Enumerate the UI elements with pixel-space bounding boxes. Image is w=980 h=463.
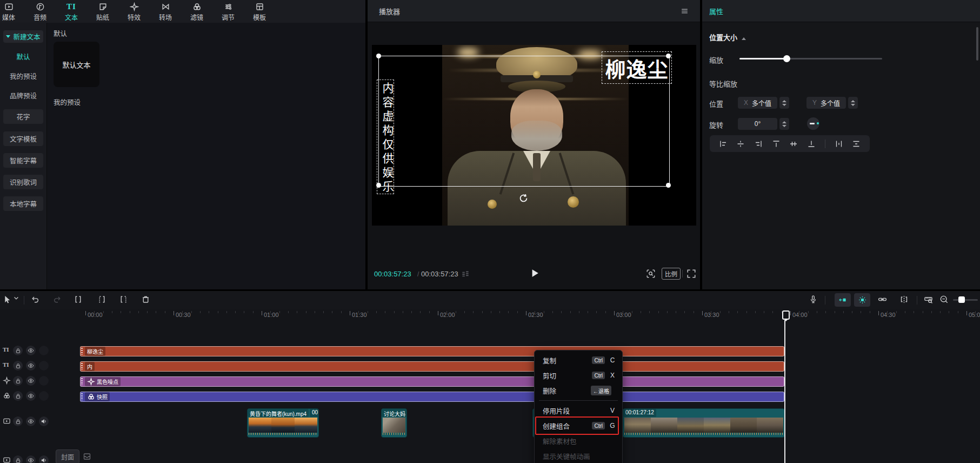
eye-track-button[interactable] [26, 346, 36, 355]
timeline-zoom-slider[interactable] [953, 299, 978, 301]
nav-item-4[interactable]: 品牌预设 [3, 90, 43, 100]
rotate-handle-icon[interactable] [518, 193, 529, 203]
player-menu-icon[interactable] [680, 6, 689, 16]
fullscreen-icon[interactable] [686, 269, 696, 279]
video-clip-1[interactable]: 黄昏下的舞者(kun).mp400 [247, 408, 319, 438]
toolbar-item-4[interactable]: 贴纸 [87, 2, 118, 22]
rotate-dial[interactable] [807, 117, 819, 130]
chevron-down-icon[interactable] [13, 295, 19, 301]
eye-track-button[interactable] [26, 455, 36, 463]
nav-item-6[interactable]: 文字模板 [3, 131, 43, 146]
properties-scrollbar[interactable] [976, 27, 978, 61]
track-bar-2[interactable]: 内 [80, 361, 784, 372]
lock-track-button[interactable] [13, 455, 23, 463]
scale-slider-knob[interactable] [783, 55, 790, 62]
zoom-out-icon[interactable] [939, 295, 949, 304]
ruler-minor-tick [825, 311, 826, 313]
redo-icon[interactable] [53, 295, 62, 304]
toolbar-item-6[interactable]: 转场 [150, 2, 181, 22]
rotate-stepper[interactable] [779, 118, 789, 130]
cover-button[interactable]: 封面 [56, 449, 79, 463]
split-right-icon[interactable] [119, 295, 128, 304]
video-track-icon [3, 456, 11, 463]
position-y-stepper[interactable] [848, 97, 858, 109]
lock-track-button[interactable] [13, 346, 23, 355]
toolbar-item-3[interactable]: TI文本 [56, 2, 87, 22]
align-right-button[interactable] [754, 140, 763, 148]
rotate-field[interactable]: 0° [738, 118, 777, 130]
menu-item-5[interactable]: 停用片段V [535, 403, 622, 418]
distribute-h-button[interactable] [835, 140, 843, 148]
menu-item-1[interactable]: 复制CtrlC [535, 353, 622, 368]
link-icon[interactable] [878, 295, 887, 304]
nav-item-5[interactable]: 花字 [3, 109, 43, 124]
nav-item-7[interactable]: 智能字幕 [3, 153, 43, 168]
nav-item-1[interactable]: 新建文本 [3, 30, 43, 43]
track-bar-1[interactable]: 柳逸尘 [80, 346, 784, 356]
position-x-stepper[interactable] [779, 97, 789, 109]
default-text-tile-label: 默认文本 [62, 59, 90, 70]
preview-quality-icon[interactable] [461, 269, 470, 279]
toolbar-item-2[interactable]: 音频 [24, 2, 56, 22]
playhead-line[interactable] [784, 320, 785, 463]
selection-handle-tl[interactable] [376, 54, 381, 58]
nav-item-9[interactable]: 本地字幕 [3, 196, 43, 211]
section-position-size[interactable]: 位置大小 [709, 32, 746, 42]
split-icon[interactable] [74, 295, 83, 304]
ratio-button[interactable]: 比例 [662, 268, 681, 280]
text-overlay-name-box[interactable]: 柳逸尘 [602, 51, 672, 84]
eye-track-button[interactable] [26, 376, 36, 386]
ruler-minor-tick [905, 311, 905, 313]
split-left-icon[interactable] [97, 295, 106, 304]
align-left-button[interactable] [719, 140, 728, 148]
snap-left-toggle[interactable] [835, 293, 851, 307]
cursor-icon[interactable] [2, 295, 11, 304]
lock-track-button[interactable] [13, 391, 23, 401]
default-text-tile[interactable]: 默认文本 [54, 42, 99, 87]
nav-item-2[interactable]: 默认 [3, 51, 43, 61]
eye-track-button[interactable] [26, 416, 36, 426]
timeline-ruler[interactable]: 00:0000:3001:0001:3002:0002:3003:0003:30… [80, 309, 980, 323]
align-vcenter-button[interactable] [789, 140, 798, 148]
menu-item-2[interactable]: 剪切CtrlX [535, 368, 622, 383]
menu-item-6[interactable]: 创建组合CtrlG [535, 418, 622, 433]
track-bar-4[interactable]: 快照 [80, 392, 784, 402]
lock-track-button[interactable] [13, 416, 23, 426]
ruler-zoom-icon[interactable] [924, 295, 933, 304]
distribute-v-button[interactable] [852, 140, 861, 148]
preview-zoom-icon[interactable] [646, 269, 656, 279]
position-y-field[interactable]: Y多个值 [806, 97, 846, 109]
video-clip-2[interactable]: 讨论大妈 [381, 408, 407, 438]
nav-item-3[interactable]: 我的预设 [3, 71, 43, 81]
play-button[interactable] [529, 268, 540, 279]
delete-icon[interactable] [141, 295, 150, 304]
scale-slider[interactable] [739, 58, 882, 59]
mute-track-button[interactable] [39, 455, 49, 463]
microphone-icon[interactable] [809, 295, 818, 304]
toolbar-item-5[interactable]: 特效 [118, 2, 150, 22]
toolbar-item-1[interactable]: 媒体 [0, 2, 24, 22]
split-clip-icon[interactable] [899, 295, 909, 304]
selection-handle-br[interactable] [666, 183, 671, 188]
lock-track-button[interactable] [13, 361, 23, 371]
eye-track-button[interactable] [26, 361, 36, 371]
menu-item-3[interactable]: 删除←退格 [535, 383, 622, 398]
draft-box-icon[interactable] [83, 452, 91, 461]
toolbar-item-9[interactable]: 模板 [244, 2, 275, 22]
undo-icon[interactable] [30, 295, 39, 304]
nav-item-8[interactable]: 识别歌词 [3, 175, 43, 189]
position-x-field[interactable]: X多个值 [738, 97, 777, 109]
ruler-minor-tick [579, 311, 579, 313]
toolbar-item-7[interactable]: 滤镜 [181, 2, 212, 22]
mute-track-button[interactable] [39, 416, 49, 426]
align-top-button[interactable] [772, 140, 781, 148]
snap-magnet-toggle[interactable] [854, 293, 870, 307]
track-bar-3[interactable]: 黑色噪点 [80, 376, 784, 387]
lock-track-button[interactable] [13, 376, 23, 386]
eye-track-button[interactable] [26, 391, 36, 401]
align-hcenter-button[interactable] [736, 140, 745, 148]
timeline-zoom-knob[interactable] [958, 296, 965, 303]
toolbar-item-8[interactable]: 调节 [212, 2, 244, 22]
align-bottom-button[interactable] [807, 140, 816, 148]
video-clip-4[interactable]: 00:01:27:12 [623, 408, 785, 438]
